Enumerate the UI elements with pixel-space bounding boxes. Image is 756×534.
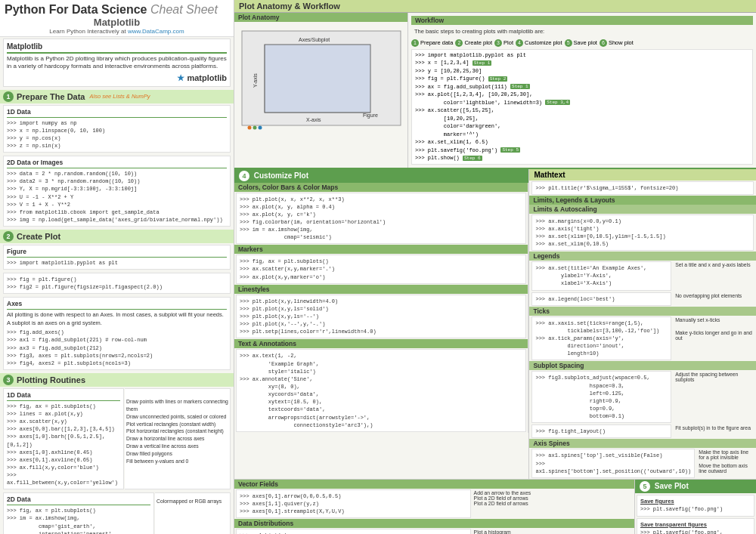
svg-point-8 — [247, 126, 251, 130]
limits-scaling-header: Limits & Autoscaling — [529, 205, 756, 214]
section-plotting-header: 3 Plotting Routines — [0, 373, 234, 387]
subtitle: Matplotlib — [5, 17, 229, 28]
matplotlib-title: Matplotlib — [7, 42, 227, 54]
axis-spines-code: >>> ax1.spines['top'].set_visible(False)… — [531, 449, 695, 477]
vector-fields-section: Vector Fields >>> axes[0,1].arrow(0,0,0.… — [234, 480, 635, 534]
section-num-1: 1 — [3, 91, 14, 102]
tight-layout-desc: Fit subplot(s) in to the figure area — [674, 424, 756, 439]
prepare-1d: 1D Data >>> import numpy as np >>> x = n… — [3, 105, 231, 153]
page-title: Python For Data Science Cheat Sheet — [5, 3, 229, 17]
data-dist-header: Data Distributions — [234, 519, 634, 528]
axis-spines-desc: Make the top axis line for a plot invisi… — [697, 448, 756, 478]
vector-header: Vector Fields — [234, 480, 634, 489]
save-transparent: Save transparent figures >>> plt.savefig… — [637, 518, 754, 534]
section-prepare-header: 1 Prepare The Data Also see Lists & NumP… — [0, 90, 234, 103]
header-link: Learn Python Interactively at www.DataCa… — [5, 28, 229, 35]
save-figures: Save figures >>> plt.savefig('foo.png') — [637, 495, 754, 517]
workflow-desc: The basic steps to creating plots with m… — [411, 26, 753, 38]
svg-text:X-axis: X-axis — [306, 117, 321, 122]
section-title-plotting: Plotting Routines — [17, 375, 85, 384]
data-dist-code: >>> ax1.hist(y) >>> ax1.boxplot(y) >>> a… — [236, 529, 471, 534]
plotting-1d: 1D Data >>> fig, ax = plt.subplots() >>>… — [3, 388, 124, 489]
save-figures-title: Save figures — [640, 498, 751, 506]
prepare-1d-code: >>> import numpy as np >>> x = np.linspa… — [7, 119, 227, 150]
plot-workflow-row: Plot Anatomy Axes/Subplot Y-axis X-axis — [234, 13, 756, 169]
plotting-1d-code: >>> fig, ax = plt.subplots() >>> lines =… — [7, 403, 120, 487]
axes-code: >>> fig.add_axes() >>> ax1 = fig.add_sub… — [7, 329, 227, 367]
section-num-3: 3 — [3, 375, 14, 385]
plot-anatomy-title: Plot Anatomy & Workflow — [234, 0, 756, 13]
plot-anatomy-section: Plot Anatomy Axes/Subplot Y-axis X-axis — [234, 13, 408, 168]
create-figure2-code: >>> fig = plt.figure() >>> fig2 = plt.fi… — [7, 276, 227, 291]
plotting-1d-row: 1D Data >>> fig, ax = plt.subplots() >>>… — [0, 387, 234, 491]
matplotlib-intro: Matplotlib Matplotlib is a Python 2D plo… — [3, 39, 231, 87]
colors-code: >>> plt.plot(x, x, x**2, x, x**3) >>> ax… — [236, 193, 526, 245]
legend2-code: >>> ax.legend(loc='best') — [531, 292, 671, 306]
axes-desc: All plotting is done with respect to an … — [7, 311, 227, 327]
section-num-2: 2 — [3, 231, 14, 242]
workflow-code: >>> import matplotlib.pyplot as plt >>> … — [411, 49, 753, 165]
customize-body: Colors, Color Bars & Color Maps >>> plt.… — [234, 183, 528, 433]
plotting-1d-desc: Draw points with lines or markers connec… — [125, 388, 231, 489]
plot-anatomy-header: Plot Anatomy — [234, 13, 407, 22]
create-axes: Axes All plotting is done with respect t… — [3, 297, 231, 370]
svg-text:Figure: Figure — [363, 113, 378, 119]
subplot-spacing-code: >>> fig3.subplots_adjust(wspace=0.5, hsp… — [531, 371, 671, 423]
section-num-4: 4 — [239, 171, 249, 181]
limits-scaling-code: >>> ax.margins(x=0.0,y=0.1) >>> ax.axis(… — [531, 215, 754, 252]
markers-header: Markers — [234, 245, 528, 254]
workflow-header: Workflow — [411, 16, 753, 25]
step-5: 5 Save plot — [565, 39, 597, 47]
middle-row: 4 Customize Plot Colors, Color Bars & Co… — [234, 169, 756, 480]
header: Python For Data Science Cheat Sheet Matp… — [0, 0, 234, 37]
bottom-row: Vector Fields >>> axes[0,1].arrow(0,0,0.… — [234, 480, 756, 534]
plot-anatomy-figure: Axes/Subplot Y-axis X-axis Figure — [234, 22, 407, 134]
markers-code: >>> fig, ax = plt.subplots() >>> ax.scat… — [236, 255, 526, 283]
create-figure-code: >>> import matplotlib.pyplot as plt — [7, 259, 227, 267]
section-title-create: Create Plot — [17, 232, 60, 241]
section-create-header: 2 Create Plot — [0, 230, 234, 243]
linestyles-code: >>> plt.plot(x,y,linewidth=4.0) >>> plt.… — [236, 295, 526, 339]
save-transparent-title: Save transparent figures — [640, 521, 751, 529]
right-column: Plot Anatomy & Workflow Plot Anatomy Axe… — [234, 0, 756, 534]
limits-header: Limits, Legends & Layouts — [529, 196, 756, 205]
plotting-2d-row: 2D Data >>> fig, ax = plt.subplots() >>>… — [0, 491, 234, 534]
customize-header: 4 Customize Plot — [234, 169, 528, 183]
step-2: 2 Create plot — [455, 39, 492, 47]
legends-desc: Set a title and x and y-axis labels — [674, 261, 756, 291]
workflow-steps: 1 Prepare data 2 Create plot 3 Plot 4 Cu… — [411, 39, 753, 47]
legends-code: >>> ax.set(title='An Example Axes', ylab… — [531, 261, 671, 290]
ticks-header: Ticks — [529, 307, 756, 316]
axes-diagram-svg: Axes/Subplot Y-axis X-axis Figure — [238, 25, 404, 131]
workflow-section: Workflow The basic steps to creating plo… — [408, 13, 756, 168]
mathtext-header: Mathtext — [529, 169, 756, 181]
step-6: 6 Show plot — [600, 39, 634, 47]
subplot-spacing-desc: Adjust the spacing between subplots — [674, 370, 756, 424]
axis-spines-header: Axis Spines — [529, 439, 756, 448]
section-tag-prepare: Also see Lists & NumPy — [89, 93, 150, 100]
section-title-prepare: Prepare The Data — [17, 92, 85, 101]
ticks-desc: Manually set x-ticks Make y-ticks longer… — [674, 316, 756, 362]
save-show-section: 5 Save Plot Save figures >>> plt.savefig… — [635, 480, 756, 534]
svg-text:Axes/Subplot: Axes/Subplot — [299, 37, 330, 43]
text-code: >>> ax.text(1, -2, 'Example Graph', styl… — [236, 349, 526, 431]
step-4: 4 Customize plot — [516, 39, 562, 47]
plotting-2d-code: >>> fig, ax = plt.subplots() >>> im = ax… — [7, 507, 150, 534]
data-dist-desc: Plot a histogram Make a box and whisker … — [472, 528, 634, 534]
customize-section: 4 Customize Plot Colors, Color Bars & Co… — [234, 169, 529, 479]
plotting-2d: 2D Data >>> fig, ax = plt.subplots() >>>… — [3, 492, 154, 534]
svg-text:Y-axis: Y-axis — [253, 73, 258, 88]
matplotlib-logo: ★ matplotlib — [7, 73, 227, 83]
step-3: 3 Plot — [494, 39, 513, 47]
step-1: 1 Prepare data — [411, 39, 453, 47]
matplotlib-description: Matplotlib is a Python 2D plotting libra… — [7, 55, 227, 71]
svg-rect-2 — [265, 45, 370, 113]
create-figure2: >>> fig = plt.figure() >>> fig2 = plt.fi… — [3, 273, 231, 294]
mathtext-code: >>> plt.title(r'$\sigma_i=155$', fontsiz… — [531, 181, 754, 195]
datacamp-link[interactable]: www.DataCamp.com — [128, 28, 184, 35]
title-cheatsheet: Cheat Sheet — [150, 3, 218, 16]
colors-header: Colors, Color Bars & Color Maps — [234, 183, 528, 192]
legend2-desc: No overlapping plot elements — [674, 292, 756, 307]
section-num-5: 5 — [640, 481, 650, 492]
prepare-2d-code: >>> data = 2 * np.random.random((10, 10)… — [7, 170, 227, 224]
